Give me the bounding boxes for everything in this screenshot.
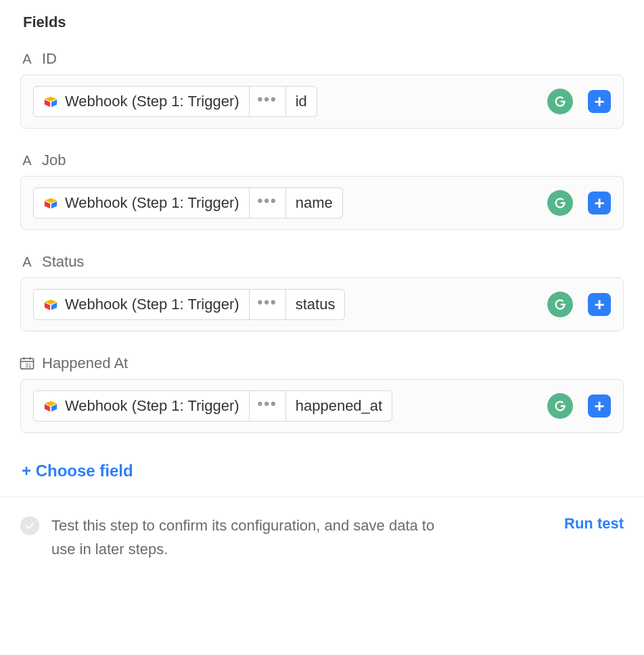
calendar-type-icon: 31: [20, 357, 34, 370]
airtable-icon: [43, 399, 58, 413]
source-token[interactable]: Webhook (Step 1: Trigger): [33, 390, 250, 422]
svg-text:31: 31: [25, 363, 32, 369]
field-label-row: 31 Happened At: [20, 355, 624, 372]
path-value[interactable]: happened_at: [286, 390, 392, 422]
fields-panel: Fields A ID Webhook (Step 1: Trigger) ••…: [0, 0, 644, 581]
field-input-box[interactable]: Webhook (Step 1: Trigger) ••• name +: [20, 176, 624, 230]
field-actions: +: [547, 292, 611, 317]
field-label: Status: [42, 253, 84, 271]
source-token[interactable]: Webhook (Step 1: Trigger): [33, 187, 250, 219]
choose-field-button[interactable]: + Choose field: [22, 461, 133, 480]
test-section: Test this step to confirm its configurat…: [0, 497, 644, 581]
source-token[interactable]: Webhook (Step 1: Trigger): [33, 289, 250, 320]
path-ellipsis[interactable]: •••: [250, 390, 286, 422]
test-info: Test this step to confirm its configurat…: [20, 514, 453, 561]
path-value[interactable]: status: [286, 289, 346, 320]
field-label: ID: [42, 50, 57, 68]
field-label: Job: [42, 152, 66, 169]
source-token[interactable]: Webhook (Step 1: Trigger): [33, 86, 250, 117]
field-label: Happened At: [42, 355, 128, 372]
grammarly-icon[interactable]: [547, 89, 573, 114]
token-group[interactable]: Webhook (Step 1: Trigger) ••• happened_a…: [33, 390, 392, 422]
airtable-icon: [43, 94, 58, 109]
source-label: Webhook (Step 1: Trigger): [65, 194, 239, 212]
field-actions: +: [547, 393, 611, 419]
source-label: Webhook (Step 1: Trigger): [65, 296, 239, 313]
airtable-icon: [43, 297, 58, 312]
source-label: Webhook (Step 1: Trigger): [65, 397, 239, 415]
path-ellipsis[interactable]: •••: [250, 187, 286, 219]
text-type-icon: A: [20, 254, 34, 270]
field-label-row: A Job: [20, 152, 624, 169]
test-description: Test this step to confirm its configurat…: [51, 514, 453, 561]
grammarly-icon[interactable]: [547, 190, 573, 216]
field-label-row: A ID: [20, 50, 624, 68]
path-value[interactable]: id: [286, 86, 317, 117]
run-test-button[interactable]: Run test: [564, 515, 624, 533]
path-value[interactable]: name: [286, 187, 343, 219]
add-value-button[interactable]: +: [588, 90, 611, 113]
grammarly-icon[interactable]: [547, 393, 573, 419]
source-label: Webhook (Step 1: Trigger): [65, 93, 239, 110]
add-value-button[interactable]: +: [588, 191, 611, 214]
check-circle-icon: [20, 516, 39, 535]
token-group[interactable]: Webhook (Step 1: Trigger) ••• status: [33, 289, 345, 320]
token-group[interactable]: Webhook (Step 1: Trigger) ••• name: [33, 187, 343, 219]
field-actions: +: [547, 190, 611, 216]
field-input-box[interactable]: Webhook (Step 1: Trigger) ••• id +: [20, 74, 624, 129]
add-value-button[interactable]: +: [588, 293, 611, 316]
text-type-icon: A: [20, 153, 34, 168]
field-label-row: A Status: [20, 253, 624, 271]
field-input-box[interactable]: Webhook (Step 1: Trigger) ••• happened_a…: [20, 379, 624, 433]
field-actions: +: [547, 89, 611, 114]
path-ellipsis[interactable]: •••: [250, 86, 286, 117]
section-title: Fields: [23, 14, 624, 31]
path-ellipsis[interactable]: •••: [250, 289, 286, 320]
add-value-button[interactable]: +: [588, 394, 611, 417]
airtable-icon: [43, 196, 58, 210]
token-group[interactable]: Webhook (Step 1: Trigger) ••• id: [33, 86, 317, 117]
grammarly-icon[interactable]: [547, 292, 573, 317]
field-input-box[interactable]: Webhook (Step 1: Trigger) ••• status +: [20, 277, 624, 332]
text-type-icon: A: [20, 51, 34, 67]
